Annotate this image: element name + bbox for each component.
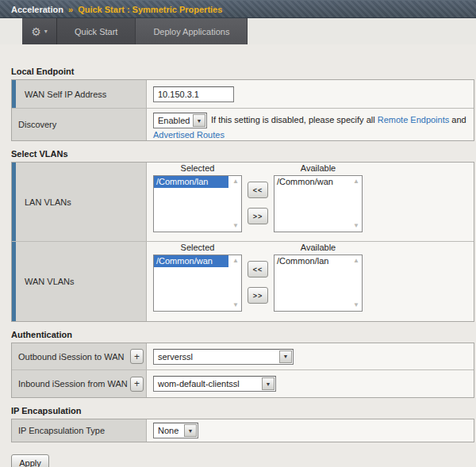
wan-vlans-value-cell: Selected /Common/wan ▲ ▼ << >> Available… bbox=[147, 242, 474, 321]
outbound-isession-select[interactable]: serverssl▼ bbox=[153, 349, 294, 365]
tab-bar: ⚙ ▾ Quick Start Deploy Applications bbox=[0, 18, 476, 44]
lan-vlans-label: LAN VLANs bbox=[25, 197, 71, 207]
local-endpoint-table: WAN Self IP Address Discovery Enabled▼If… bbox=[11, 79, 474, 141]
inbound-isession-add-button[interactable]: + bbox=[130, 377, 144, 392]
lan-move-left-button[interactable]: << bbox=[248, 182, 268, 198]
outbound-isession-value-cell: serverssl▼ bbox=[147, 343, 474, 369]
ip-encapsulation-type-select[interactable]: None▼ bbox=[153, 423, 198, 438]
inbound-isession-label: Inbound iSession from WAN bbox=[18, 379, 128, 389]
scrollbar-up-icon[interactable]: ▲ bbox=[232, 178, 239, 185]
wan-self-ip-value-cell bbox=[147, 80, 474, 108]
gear-icon: ⚙ bbox=[31, 26, 41, 37]
ip-encapsulation-table: IP Encapsulation Type None▼ bbox=[11, 419, 474, 442]
selected-header: Selected bbox=[181, 242, 215, 255]
apply-button[interactable]: Apply bbox=[11, 454, 49, 467]
list-item[interactable]: /Common/lan bbox=[154, 176, 228, 188]
outbound-isession-label: Outbound iSession to WAN bbox=[18, 352, 125, 362]
tab-deploy-applications-label: Deploy Applications bbox=[153, 27, 229, 36]
main-content: Local Endpoint WAN Self IP Address Disco… bbox=[0, 44, 476, 467]
discovery-select-value: Enabled bbox=[154, 114, 193, 127]
discovery-select[interactable]: Enabled▼ bbox=[153, 113, 207, 128]
discovery-help-text: If this setting is disabled, please spec… bbox=[211, 115, 375, 124]
wan-selected-column: Selected /Common/wan ▲ ▼ bbox=[153, 242, 242, 312]
lan-vlans-label-cell: LAN VLANs bbox=[12, 163, 147, 241]
wan-available-listbox[interactable]: /Common/lan ▲ ▼ bbox=[274, 255, 363, 312]
inbound-isession-select[interactable]: wom-default-clientssl▼ bbox=[153, 376, 276, 392]
section-title-local-endpoint: Local Endpoint bbox=[11, 67, 476, 76]
scrollbar-up-icon[interactable]: ▲ bbox=[353, 258, 359, 264]
inbound-isession-select-value: wom-default-clientssl bbox=[154, 379, 262, 389]
scrollbar-down-icon[interactable]: ▼ bbox=[353, 223, 359, 229]
breadcrumb: Acceleration » Quick Start : Symmetric P… bbox=[0, 0, 476, 18]
lan-available-column: Available /Common/wan ▲ ▼ bbox=[274, 163, 363, 232]
wan-self-ip-input[interactable] bbox=[153, 86, 234, 102]
ip-encapsulation-type-select-value: None bbox=[154, 426, 184, 435]
required-indicator bbox=[12, 80, 16, 108]
wan-self-ip-label-cell: WAN Self IP Address bbox=[12, 80, 147, 108]
wan-move-left-button[interactable]: << bbox=[248, 261, 268, 278]
remote-endpoints-link[interactable]: Remote Endpoints bbox=[378, 115, 450, 124]
select-vlans-table: LAN VLANs Selected /Common/lan ▲ ▼ << >>… bbox=[11, 162, 474, 322]
tab-quick-start[interactable]: Quick Start bbox=[57, 18, 136, 44]
select-arrow-icon: ▼ bbox=[262, 377, 274, 390]
list-item[interactable]: /Common/wan bbox=[274, 176, 349, 188]
page-title: Quick Start : Symmetric Properties bbox=[78, 5, 222, 14]
table-row: WAN Self IP Address bbox=[12, 80, 474, 109]
wan-move-buttons: << >> bbox=[248, 261, 268, 304]
wan-vlans-label-cell: WAN VLANs bbox=[12, 242, 147, 321]
lan-selected-listbox[interactable]: /Common/lan ▲ ▼ bbox=[153, 175, 242, 232]
authentication-table: Outbound iSession to WAN + serverssl▼ In… bbox=[11, 343, 474, 398]
list-item[interactable]: /Common/lan bbox=[274, 255, 349, 267]
selected-header: Selected bbox=[181, 163, 215, 175]
outbound-isession-select-value: serverssl bbox=[154, 352, 279, 362]
gear-menu-button[interactable]: ⚙ ▾ bbox=[22, 18, 57, 44]
table-row: Inbound iSession from WAN + wom-default-… bbox=[12, 370, 474, 397]
lan-vlans-value-cell: Selected /Common/lan ▲ ▼ << >> Available… bbox=[147, 163, 474, 241]
list-item[interactable]: /Common/wan bbox=[154, 255, 228, 267]
section-title-ip-encapsulation: IP Encapsulation bbox=[11, 406, 476, 415]
wan-available-column: Available /Common/lan ▲ ▼ bbox=[274, 242, 363, 312]
advertised-routes-link[interactable]: Advertised Routes bbox=[153, 130, 225, 140]
ip-encapsulation-type-value-cell: None▼ bbox=[147, 419, 474, 442]
required-indicator bbox=[12, 163, 16, 241]
lan-selected-column: Selected /Common/lan ▲ ▼ bbox=[153, 163, 242, 232]
table-row: Outbound iSession to WAN + serverssl▼ bbox=[12, 343, 474, 370]
scrollbar-down-icon[interactable]: ▼ bbox=[353, 302, 359, 308]
outbound-isession-add-button[interactable]: + bbox=[130, 349, 144, 364]
lan-move-right-button[interactable]: >> bbox=[248, 208, 268, 224]
scrollbar-down-icon[interactable]: ▼ bbox=[232, 223, 239, 229]
scrollbar-up-icon[interactable]: ▲ bbox=[353, 178, 359, 185]
wan-selected-listbox[interactable]: /Common/wan ▲ ▼ bbox=[153, 255, 242, 312]
breadcrumb-separator: » bbox=[68, 5, 73, 14]
outbound-isession-label-cell: Outbound iSession to WAN + bbox=[12, 343, 147, 369]
ip-encapsulation-type-label-cell: IP Encapsulation Type bbox=[12, 419, 147, 442]
required-indicator bbox=[12, 242, 16, 321]
discovery-value-cell: Enabled▼If this setting is disabled, ple… bbox=[147, 109, 474, 140]
section-title-select-vlans: Select VLANs bbox=[11, 149, 476, 159]
tab-quick-start-label: Quick Start bbox=[75, 27, 117, 36]
lan-move-buttons: << >> bbox=[248, 182, 268, 224]
tab-deploy-applications[interactable]: Deploy Applications bbox=[136, 18, 248, 44]
scrollbar-up-icon[interactable]: ▲ bbox=[232, 258, 239, 264]
ip-encapsulation-type-label: IP Encapsulation Type bbox=[18, 426, 105, 435]
select-arrow-icon: ▼ bbox=[184, 424, 197, 437]
select-arrow-icon: ▼ bbox=[193, 114, 205, 127]
discovery-help-conjunction: and bbox=[451, 115, 466, 124]
scrollbar-down-icon[interactable]: ▼ bbox=[232, 302, 239, 308]
wan-move-right-button[interactable]: >> bbox=[248, 287, 268, 304]
inbound-isession-value-cell: wom-default-clientssl▼ bbox=[147, 370, 474, 397]
table-row: LAN VLANs Selected /Common/lan ▲ ▼ << >>… bbox=[12, 163, 474, 242]
select-arrow-icon: ▼ bbox=[279, 350, 292, 363]
lan-available-listbox[interactable]: /Common/wan ▲ ▼ bbox=[274, 175, 363, 232]
available-header: Available bbox=[301, 163, 336, 175]
available-header: Available bbox=[301, 242, 336, 255]
table-row: Discovery Enabled▼If this setting is dis… bbox=[12, 109, 474, 140]
breadcrumb-section-link[interactable]: Acceleration bbox=[11, 5, 63, 14]
wan-vlans-label: WAN VLANs bbox=[25, 277, 75, 286]
discovery-label: Discovery bbox=[18, 120, 56, 129]
table-row: WAN VLANs Selected /Common/wan ▲ ▼ << >>… bbox=[12, 242, 474, 321]
wan-self-ip-label: WAN Self IP Address bbox=[25, 90, 106, 99]
chevron-down-icon: ▾ bbox=[44, 29, 48, 35]
table-row: IP Encapsulation Type None▼ bbox=[12, 419, 474, 442]
section-title-authentication: Authentication bbox=[11, 330, 476, 339]
